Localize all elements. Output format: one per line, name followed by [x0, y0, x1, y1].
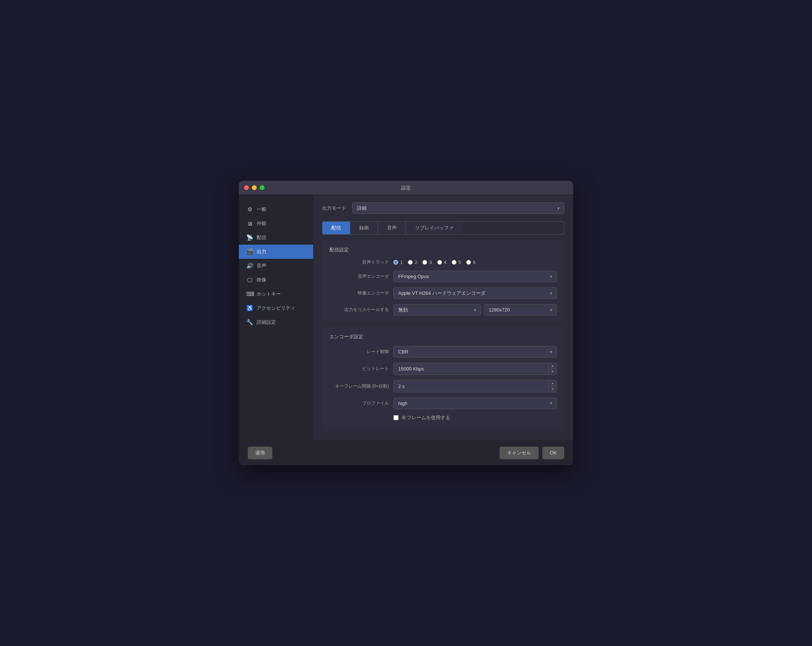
sidebar-item-video[interactable]: 🖵 映像 — [239, 273, 313, 287]
accessibility-icon: ♿ — [246, 305, 253, 311]
wrench-icon: 🔧 — [246, 319, 253, 326]
tab-replay[interactable]: リプレイバッファ — [406, 222, 462, 234]
display-icon: 🖵 — [246, 277, 253, 283]
bottom-bar: 適用 キャンセル OK — [239, 440, 573, 465]
sidebar-label-audio: 音声 — [257, 262, 266, 269]
video-encoder-label: 映像エンコーダ — [330, 290, 389, 296]
b-frames-row: B フレームを使用する — [330, 414, 557, 421]
keyframe-spin-buttons: ▲ ▼ — [548, 381, 556, 392]
b-frames-label[interactable]: B フレームを使用する — [402, 414, 450, 421]
encoder-settings-section: エンコーダ設定 レート制御 CBR VBR ABR ▼ ビット — [322, 328, 564, 427]
keyframe-spinbox: 2 s ▲ ▼ — [393, 380, 557, 392]
sidebar-item-general[interactable]: ⚙ 一般 — [239, 202, 313, 216]
bitrate-input[interactable]: 15000 Kbps — [394, 363, 548, 374]
bitrate-label: ビットレート — [330, 366, 389, 372]
sidebar-label-general: 一般 — [257, 206, 266, 213]
sidebar-label-appearance: 外観 — [257, 220, 266, 227]
output-icon: 🎬 — [246, 248, 253, 255]
bitrate-up-button[interactable]: ▲ — [549, 363, 556, 369]
bitrate-down-button[interactable]: ▼ — [549, 369, 556, 375]
tab-bar: 配信 録画 音声 リプレイバッファ — [322, 221, 564, 235]
bitrate-spinbox: 15000 Kbps ▲ ▼ — [393, 363, 557, 375]
rescale-group: 無効 有効 ▼ 1280x720 1920x1080 ▼ — [393, 304, 557, 315]
audio-encoder-label: 音声エンコーダ — [330, 273, 389, 280]
close-button[interactable] — [244, 185, 249, 190]
rate-control-select[interactable]: CBR VBR ABR — [393, 346, 557, 358]
rescale-resolution-select[interactable]: 1280x720 1920x1080 — [484, 304, 557, 315]
main-panel: 出力モード 詳細 シンプル ▼ 配信 録画 音声 リプレイバッファ 配信設定 — [313, 195, 573, 440]
audio-track-label: 音声トラック — [330, 259, 389, 265]
audio-track-5[interactable]: 5 — [452, 259, 461, 265]
sidebar-item-hotkeys[interactable]: ⌨ ホットキー — [239, 287, 313, 301]
keyframe-row: キーフレーム間隔 (0=自動) 2 s ▲ ▼ — [330, 380, 557, 392]
sidebar-item-audio[interactable]: 🔊 音声 — [239, 259, 313, 273]
keyboard-icon: ⌨ — [246, 291, 253, 297]
settings-window: 設定 ⚙ 一般 🖥 外観 📡 配信 🎬 出力 🔊 音声 — [239, 181, 573, 465]
video-encoder-select[interactable]: Apple VT H264 ハードウェアエンコーダ x264 — [393, 287, 557, 299]
streaming-section-title: 配信設定 — [330, 247, 557, 253]
tab-streaming[interactable]: 配信 — [322, 222, 350, 234]
sidebar-label-video: 映像 — [257, 277, 266, 283]
titlebar-buttons — [244, 185, 264, 190]
profile-select[interactable]: high main baseline — [393, 398, 557, 409]
rate-control-row: レート制御 CBR VBR ABR ▼ — [330, 346, 557, 358]
audio-encoder-wrapper: FFmpeg Opus AAC ▼ — [393, 271, 557, 282]
encoder-section-title: エンコーダ設定 — [330, 334, 557, 340]
sidebar-item-streaming[interactable]: 📡 配信 — [239, 230, 313, 245]
audio-track-row: 音声トラック 1 2 3 4 — [330, 259, 557, 265]
rescale-row: 出力をリスケールする 無効 有効 ▼ 1280x720 — [330, 304, 557, 315]
profile-row: プロファイル high main baseline ▼ — [330, 398, 557, 409]
rescale-select-wrapper: 無効 有効 ▼ — [393, 304, 481, 315]
keyframe-down-button[interactable]: ▼ — [549, 387, 556, 392]
output-mode-select[interactable]: 詳細 シンプル — [352, 202, 564, 214]
audio-track-2[interactable]: 2 — [408, 259, 417, 265]
monitor-icon: 🖥 — [246, 221, 253, 227]
titlebar: 設定 — [239, 181, 573, 195]
audio-encoder-select[interactable]: FFmpeg Opus AAC — [393, 271, 557, 282]
tab-audio[interactable]: 音声 — [378, 222, 406, 234]
output-mode-row: 出力モード 詳細 シンプル ▼ — [322, 202, 564, 214]
rescale-res-wrapper: 1280x720 1920x1080 ▼ — [484, 304, 557, 315]
rate-control-wrapper: CBR VBR ABR ▼ — [393, 346, 557, 358]
sidebar-item-output[interactable]: 🎬 出力 — [239, 245, 313, 259]
keyframe-label: キーフレーム間隔 (0=自動) — [330, 383, 389, 390]
keyframe-up-button[interactable]: ▲ — [549, 381, 556, 387]
audio-track-group: 1 2 3 4 5 — [393, 259, 557, 265]
maximize-button[interactable] — [259, 185, 264, 190]
video-encoder-row: 映像エンコーダ Apple VT H264 ハードウェアエンコーダ x264 ▼ — [330, 287, 557, 299]
sidebar-item-accessibility[interactable]: ♿ アクセシビリティ — [239, 301, 313, 315]
sidebar-item-appearance[interactable]: 🖥 外観 — [239, 216, 313, 230]
tab-recording[interactable]: 録画 — [350, 222, 378, 234]
profile-wrapper: high main baseline ▼ — [393, 398, 557, 409]
sidebar-label-accessibility: アクセシビリティ — [257, 305, 295, 311]
broadcast-icon: 📡 — [246, 234, 253, 241]
ok-cancel-group: キャンセル OK — [500, 446, 564, 459]
sidebar-label-output: 出力 — [257, 248, 266, 255]
sidebar-label-advanced: 詳細設定 — [257, 319, 276, 326]
sidebar: ⚙ 一般 🖥 外観 📡 配信 🎬 出力 🔊 音声 🖵 映像 — [239, 195, 313, 440]
output-mode-label: 出力モード — [322, 205, 346, 212]
bitrate-row: ビットレート 15000 Kbps ▲ ▼ — [330, 363, 557, 375]
minimize-button[interactable] — [252, 185, 257, 190]
streaming-settings-section: 配信設定 音声トラック 1 2 3 — [322, 241, 564, 321]
b-frames-checkbox[interactable] — [393, 415, 398, 420]
sidebar-label-hotkeys: ホットキー — [257, 291, 281, 297]
ok-button[interactable]: OK — [542, 446, 564, 459]
audio-track-4[interactable]: 4 — [437, 259, 447, 265]
audio-track-6[interactable]: 6 — [466, 259, 475, 265]
rescale-label: 出力をリスケールする — [330, 307, 389, 313]
audio-encoder-row: 音声エンコーダ FFmpeg Opus AAC ▼ — [330, 271, 557, 282]
sidebar-item-advanced[interactable]: 🔧 詳細設定 — [239, 315, 313, 329]
profile-label: プロファイル — [330, 400, 389, 407]
keyframe-input[interactable]: 2 s — [394, 381, 548, 392]
cancel-button[interactable]: キャンセル — [500, 446, 539, 459]
apply-button[interactable]: 適用 — [248, 446, 272, 459]
bitrate-spin-buttons: ▲ ▼ — [548, 363, 556, 375]
sidebar-label-streaming: 配信 — [257, 234, 266, 241]
gear-icon: ⚙ — [246, 206, 253, 213]
speaker-icon: 🔊 — [246, 262, 253, 269]
audio-track-1[interactable]: 1 — [393, 259, 403, 265]
rescale-select[interactable]: 無効 有効 — [393, 304, 481, 315]
audio-track-3[interactable]: 3 — [422, 259, 432, 265]
main-content: ⚙ 一般 🖥 外観 📡 配信 🎬 出力 🔊 音声 🖵 映像 — [239, 195, 573, 440]
